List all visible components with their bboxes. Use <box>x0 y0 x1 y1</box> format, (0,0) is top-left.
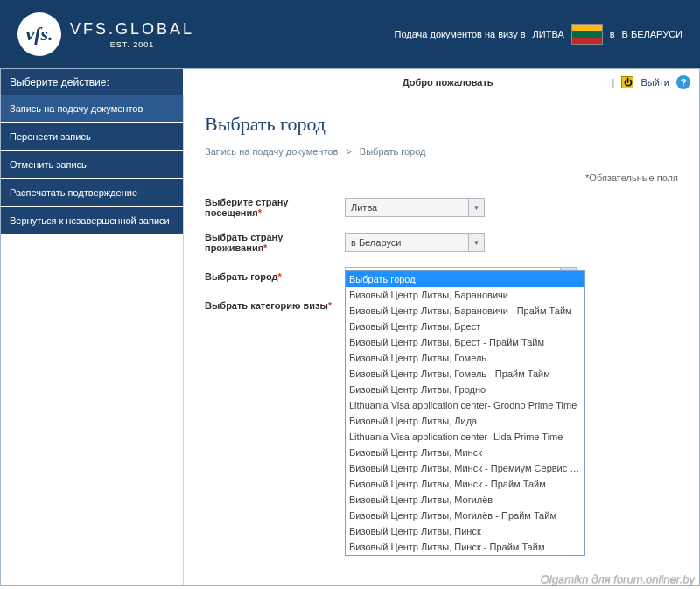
chevron-down-icon: ▼ <box>468 199 484 216</box>
label-visa-category: Выбрать категорию визы* <box>205 300 345 311</box>
city-option[interactable]: Выбрать город <box>346 271 584 287</box>
city-option[interactable]: Визовый Центр Литвы, Могилёв - Прайм Тай… <box>346 508 584 523</box>
brand-main: VFS.GLOBAL <box>70 20 194 39</box>
flag-icon <box>571 24 603 45</box>
action-select-title: Выберите действие: <box>1 69 183 95</box>
welcome-text: Добро пожаловать <box>402 77 494 88</box>
brand-sub: EST. 2001 <box>70 40 194 49</box>
visa-text-prefix: Подача документов на визу в <box>394 29 525 39</box>
row-residence-country: Выбрать страну проживания* в Беларуси ▼ <box>205 232 678 253</box>
logout-icon[interactable]: ⏻ <box>621 76 634 88</box>
city-option[interactable]: Визовый Центр Литвы, Минск - Прайм Тайм <box>346 476 584 492</box>
sidebar-item-reschedule[interactable]: Перенести запись <box>1 123 183 151</box>
required-note: *Обязательные поля <box>205 172 678 183</box>
content-wrap: Выберите действие: Добро пожаловать | ⏻ … <box>0 68 700 586</box>
header: vfs. VFS.GLOBAL EST. 2001 Подача докумен… <box>0 0 700 68</box>
city-dropdown[interactable]: Выбрать городВизовый Центр Литвы, Барано… <box>345 270 585 556</box>
city-option[interactable]: Визовый Центр Литвы, Гродно <box>346 382 584 397</box>
breadcrumb: Запись на подачу документов > Выбрать го… <box>205 146 678 157</box>
city-option[interactable]: Визовый Центр Литвы, Гомель - Прайм Тайм <box>346 366 584 382</box>
select-visiting-country[interactable]: Литва ▼ <box>345 198 485 217</box>
city-option[interactable]: Визовый Центр Литвы, Могилёв <box>346 492 584 508</box>
city-option[interactable]: Визовый Центр Литвы, Барановичи - Прайм … <box>346 303 584 319</box>
help-icon[interactable]: ? <box>676 75 690 89</box>
sidebar-item-resume[interactable]: Вернуться к незавершенной записи <box>1 207 183 235</box>
label-residence-country: Выбрать страну проживания* <box>205 232 345 253</box>
label-select-city: Выбрать город* <box>205 271 345 282</box>
country-dest: ЛИТВА <box>533 29 564 39</box>
location-prefix: в <box>610 29 615 39</box>
city-option[interactable]: Визовый Центр Литвы, Брест <box>346 319 584 334</box>
sidebar: Запись на подачу документов Перенести за… <box>1 95 183 585</box>
logout-link[interactable]: Выйти <box>640 77 669 88</box>
label-visiting-country: Выберите страну посещения* <box>205 197 345 218</box>
row-visiting-country: Выберите страну посещения* Литва ▼ <box>205 197 678 218</box>
brand: VFS.GLOBAL EST. 2001 <box>70 20 194 49</box>
page: Выбрать город Запись на подачу документо… <box>183 95 699 585</box>
city-option[interactable]: Визовый Центр Литвы, Барановичи <box>346 287 584 303</box>
sidebar-item-schedule[interactable]: Запись на подачу документов <box>1 95 183 123</box>
city-option[interactable]: Визовый Центр Литвы, Гомель <box>346 350 584 366</box>
city-option[interactable]: Визовый Центр Литвы, Минск - Премиум Сер… <box>346 460 584 476</box>
city-option[interactable]: Lithuania Visa application center- Grodn… <box>346 397 584 413</box>
select-residence-country[interactable]: в Беларуси ▼ <box>345 233 485 252</box>
breadcrumb-2: Выбрать город <box>360 146 426 157</box>
city-option[interactable]: Визовый Центр Литвы, Лида <box>346 413 584 429</box>
page-title: Выбрать город <box>205 113 678 136</box>
city-option[interactable]: Lithuania Visa application center- Lida … <box>346 429 584 445</box>
topbar: Выберите действие: Добро пожаловать | ⏻ … <box>1 69 699 95</box>
sidebar-item-cancel[interactable]: Отменить запись <box>1 151 183 179</box>
logo-icon: vfs. <box>18 12 61 56</box>
breadcrumb-1[interactable]: Запись на подачу документов <box>205 146 338 157</box>
city-option[interactable]: Визовый Центр Литвы, Брест - Прайм Тайм <box>346 334 584 350</box>
city-option[interactable]: Визовый Центр Литвы, Пинск - Прайм Тайм <box>346 539 584 555</box>
logo: vfs. VFS.GLOBAL EST. 2001 <box>18 12 194 56</box>
breadcrumb-sep: > <box>346 146 351 157</box>
main: Запись на подачу документов Перенести за… <box>1 95 699 585</box>
topbar-right: Добро пожаловать | ⏻ Выйти ? <box>183 69 699 95</box>
chevron-down-icon: ▼ <box>468 234 484 251</box>
city-option[interactable]: Визовый Центр Литвы, Пинск <box>346 523 584 539</box>
city-option[interactable]: Визовый Центр Литвы, Минск <box>346 445 584 460</box>
header-right: Подача документов на визу в ЛИТВА в В БЕ… <box>394 24 682 45</box>
country-reside: В БЕЛАРУСИ <box>622 29 682 39</box>
sidebar-item-print[interactable]: Распечатать подтверждение <box>1 179 183 207</box>
